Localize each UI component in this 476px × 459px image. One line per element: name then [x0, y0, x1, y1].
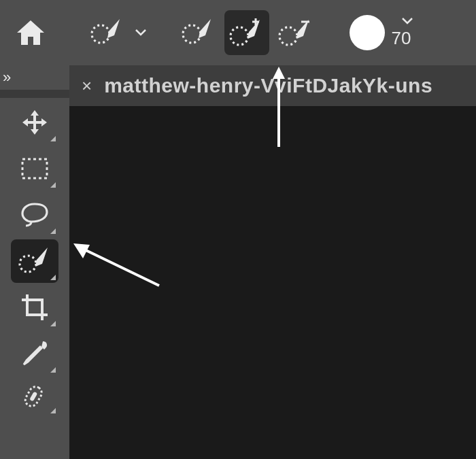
svg-point-0	[92, 25, 109, 43]
tool-submenu-flag	[50, 182, 56, 188]
quick-selection-icon	[18, 246, 52, 276]
home-icon	[16, 19, 46, 46]
tool-submenu-flag	[50, 228, 56, 234]
subtract-from-selection-mode-button[interactable]	[273, 10, 318, 55]
new-selection-mode-button[interactable]	[175, 10, 220, 55]
brush-size-value: 70	[392, 28, 411, 49]
rectangular-marquee-tool[interactable]	[11, 147, 58, 190]
svg-point-3	[279, 27, 297, 45]
spot-healing-brush-tool[interactable]	[11, 378, 58, 416]
subtract-from-selection-icon	[277, 17, 314, 48]
document-tab-title[interactable]: matthew-henry-VviFtDJakYk-uns	[104, 74, 432, 97]
marquee-icon	[21, 158, 48, 180]
add-to-selection-icon	[228, 17, 265, 48]
tool-submenu-flag	[50, 136, 56, 141]
chevron-right-icon: »	[3, 69, 9, 86]
tool-submenu-flag	[50, 321, 56, 326]
crop-icon	[20, 293, 49, 322]
brush-size-control[interactable]: 70	[350, 15, 413, 50]
tool-submenu-flag	[50, 367, 56, 373]
lasso-tool[interactable]	[11, 193, 58, 237]
new-selection-icon	[181, 18, 215, 48]
canvas-area[interactable]	[69, 106, 476, 459]
svg-point-1	[183, 25, 201, 43]
home-button[interactable]	[8, 10, 53, 55]
selection-brush-icon	[90, 18, 124, 48]
brush-color-swatch[interactable]	[350, 15, 385, 50]
add-to-selection-mode-button[interactable]	[224, 10, 269, 55]
crop-tool[interactable]	[11, 286, 58, 329]
svg-point-2	[231, 27, 248, 45]
svg-rect-4	[22, 159, 47, 178]
move-tool[interactable]	[11, 101, 58, 144]
healing-brush-icon	[20, 383, 49, 411]
selection-brush-options-button[interactable]	[84, 10, 129, 55]
chevron-down-icon[interactable]	[401, 17, 413, 25]
tools-panel: »	[0, 65, 69, 459]
chevron-down-icon	[135, 29, 147, 37]
lasso-icon	[20, 201, 49, 228]
top-options-bar: 70	[0, 0, 476, 65]
eyedropper-icon	[21, 340, 48, 367]
selection-brush-dropdown[interactable]	[135, 29, 147, 37]
svg-point-5	[20, 256, 36, 272]
panel-divider	[0, 90, 69, 98]
quick-selection-tool[interactable]	[11, 239, 58, 283]
move-icon	[21, 109, 48, 136]
document-tab-bar: × matthew-henry-VviFtDJakYk-uns	[69, 65, 476, 106]
eyedropper-tool[interactable]	[11, 332, 58, 375]
tool-submenu-flag	[50, 275, 56, 280]
expand-panels-button[interactable]: »	[0, 65, 72, 90]
close-tab-button[interactable]: ×	[82, 75, 92, 97]
tool-submenu-flag	[50, 408, 56, 413]
svg-rect-7	[29, 391, 37, 401]
